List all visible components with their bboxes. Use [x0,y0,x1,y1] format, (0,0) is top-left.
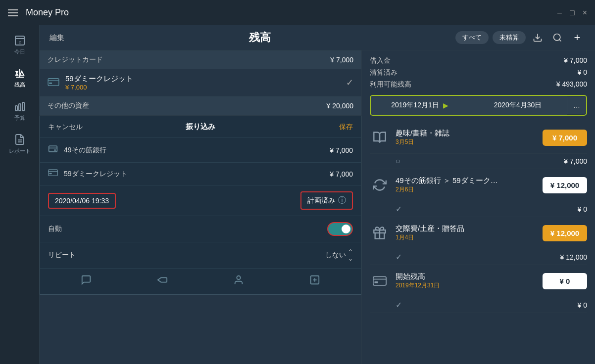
tx-amount-3: ¥ 12,000 [543,225,587,241]
search-button[interactable] [549,30,565,46]
tx-date-2: 2月6日 [396,185,537,194]
svg-point-21 [237,276,240,279]
sidebar-item-report[interactable]: レポート [0,129,39,160]
app-layout: 2 今日 残高 予算 [0,25,595,364]
other-assets-amount: ¥ 20,000 [327,102,354,110]
transaction-item-3[interactable]: 交際費/土産・贈答品 1月4日 ¥ 12,000 [370,217,587,249]
transaction-form: キャンセル 振り込み 保存 49その筋銀行 [40,116,361,295]
auto-toggle[interactable] [327,222,353,236]
form-header: キャンセル 振り込み 保存 [40,116,361,138]
to-account-label: 59ダミークレジット [64,170,324,179]
sidebar-item-balance[interactable]: 残高 [0,62,39,93]
tx-name-4: 開始残高 [396,272,537,281]
svg-line-12 [559,40,561,42]
transaction-item-2[interactable]: 49その筋銀行 ＞ 59ダミーク… 2月6日 ¥ 12,000 [370,169,587,201]
sidebar-balance-label: 残高 [14,81,25,89]
left-panel: クレジットカード ¥ 7,000 59ダミークレジット ¥ 7,00 [40,50,361,364]
title-bar: Money Pro – □ × [0,0,595,25]
available-amount: ¥ 493,000 [556,80,587,89]
tx-amount-2: ¥ 12,000 [543,177,587,193]
maximize-button[interactable]: □ [570,8,575,17]
page-title: 残高 [72,30,447,45]
tx-info-2: 49その筋銀行 ＞ 59ダミーク… 2月6日 [396,176,537,194]
date-to-label: 2020年4月30日 [494,101,542,110]
sidebar-today-label: 今日 [14,48,25,55]
credit-card-total: ¥ 7,000 [330,56,353,64]
date-from-button[interactable]: 2019年12月1日 ▶ [371,96,469,115]
svg-rect-15 [49,82,52,84]
sub-amount-4: ¥ 0 [578,301,587,309]
transaction-item-4[interactable]: 開始残高 2019年12月31日 ¥ 0 [370,265,587,297]
gift-icon [370,223,390,243]
from-account-label: 49その筋銀行 [64,146,324,155]
attachment-icon[interactable] [309,274,320,288]
person-icon[interactable] [233,274,244,288]
account-row[interactable]: 59ダミークレジット ¥ 7,000 ✓ [40,69,361,96]
edit-button[interactable]: 編集 [50,33,64,43]
wallet-icon [48,144,58,156]
credit-card-icon [48,77,59,89]
other-assets-section[interactable]: その他の資産 ¥ 20,000 [40,96,361,116]
svg-rect-6 [19,104,21,111]
toggle-knob [342,225,350,233]
date-field[interactable]: 2020/04/06 19:33 [48,193,116,209]
comment-icon[interactable] [81,274,92,288]
tx-date-3: 1月4日 [396,233,537,242]
svg-rect-20 [50,173,52,175]
sidebar-item-today[interactable]: 2 今日 [0,29,39,60]
svg-rect-16 [49,146,57,152]
svg-rect-18 [49,170,58,176]
tag-icon[interactable] [157,274,168,288]
loan-row: 借入金 ¥ 7,000 [370,56,587,65]
tx-name-2: 49その筋銀行 ＞ 59ダミーク… [396,176,537,185]
tx-info-4: 開始残高 2019年12月31日 [396,272,537,290]
credit-icon [48,169,58,179]
svg-rect-27 [373,276,386,285]
from-account-row[interactable]: 49その筋銀行 ¥ 7,000 [40,138,361,163]
main-content: 編集 残高 すべて 未精算 + [40,25,595,364]
account-balance: ¥ 7,000 [65,84,340,91]
minimize-button[interactable]: – [557,8,562,17]
scale-icon [14,67,26,79]
close-button[interactable]: × [583,8,587,17]
tx-date-4: 2019年12月31日 [396,281,537,290]
more-button[interactable]: … [567,96,586,114]
transaction-sub-2: ✓ ¥ 0 [370,201,587,217]
sidebar: 2 今日 残高 予算 [0,25,40,364]
app-title: Money Pro [26,7,69,18]
repeat-label: リピート [48,251,325,260]
date-to-button[interactable]: 2020年4月30日 [469,96,567,115]
available-row: 利用可能残高 ¥ 493,000 [370,80,587,89]
check-circle-icon-3: ✓ [396,252,402,262]
status-field[interactable]: 計画済み ⓘ [300,191,353,210]
date-range-bar: 2019年12月1日 ▶ 2020年4月30日 … [370,95,587,116]
settled-amount: ¥ 0 [578,68,587,77]
menu-icon[interactable] [8,9,18,16]
transaction-item[interactable]: 趣味/書籍・雑誌 3月5日 ¥ 7,000 [370,122,587,154]
check-circle-icon-4: ✓ [396,300,402,310]
from-amount: ¥ 7,000 [330,146,353,154]
form-footer [40,269,361,294]
calendar-icon: 2 [14,34,26,46]
all-button[interactable]: すべて [455,31,489,44]
cancel-button[interactable]: キャンセル [48,123,149,132]
unpaid-button[interactable]: 未精算 [493,31,526,44]
book-icon [370,128,390,147]
download-button[interactable] [530,30,545,46]
circle-icon: ○ [396,157,400,166]
credit-card-section[interactable]: クレジットカード ¥ 7,000 [40,50,361,69]
sidebar-item-budget[interactable]: 予算 [0,95,39,127]
add-button[interactable]: + [569,30,585,46]
card-icon [370,271,390,291]
to-account-row[interactable]: 59ダミークレジット ¥ 7,000 [40,163,361,185]
settled-label: 清算済み [370,68,397,77]
account-info: 59ダミークレジット ¥ 7,000 [65,74,340,91]
info-icon: ⓘ [338,195,346,206]
tx-info-1: 趣味/書籍・雑誌 3月5日 [396,129,537,146]
status-label: 計画済み [307,196,335,205]
auto-row: 自動 [40,216,361,242]
panels: クレジットカード ¥ 7,000 59ダミークレジット ¥ 7,00 [40,50,595,364]
account-name: 59ダミークレジット [65,74,340,84]
save-button[interactable]: 保存 [251,123,353,132]
repeat-value[interactable]: しない ⌃⌄ [325,248,353,262]
